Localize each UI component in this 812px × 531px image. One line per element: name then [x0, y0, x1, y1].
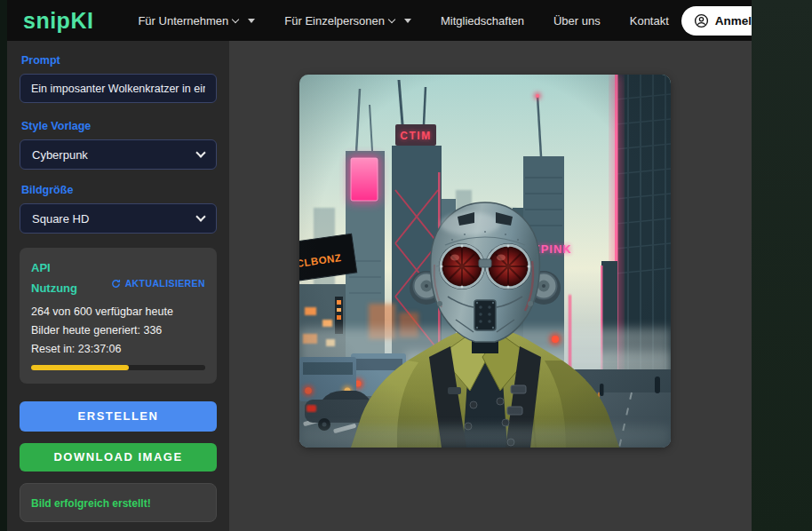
prompt-input[interactable]	[20, 74, 217, 103]
status-message-card: Bild erfolgreich erstellt!	[20, 483, 217, 522]
nav-item-label: Für Einzelpersonen	[284, 14, 385, 28]
main-area: CTIM CTIM	[229, 41, 752, 531]
success-message: Bild erfolgreich erstellt!	[31, 497, 151, 510]
app-window: snipKI Für Unternehmen Für Einzelpersone…	[7, 0, 752, 531]
refresh-icon	[111, 279, 121, 289]
size-label: Bildgröße	[21, 184, 215, 196]
api-generated-text: Bilder heute generiert: 336	[31, 324, 205, 337]
generated-image-scene: CTIM CTIM	[299, 75, 671, 448]
download-image-button[interactable]: DOWNLOAD IMAGE	[20, 443, 217, 472]
api-reset-text: Reset in: 23:37:06	[31, 343, 205, 355]
refresh-button-label: AKTUALISIEREN	[125, 278, 205, 289]
nav-item-kontakt[interactable]: Kontakt	[630, 14, 669, 28]
generator-sidebar: Prompt Style Vorlage Cyberpunk Bildgröße…	[7, 41, 229, 531]
create-button[interactable]: ERSTELLEN	[20, 401, 217, 432]
style-select-value: Cyberpunk	[32, 148, 88, 162]
nav-menu: Für Unternehmen Für Einzelpersonen Mitgl…	[138, 14, 668, 28]
nav-item-ueber-uns[interactable]: Über uns	[553, 14, 601, 28]
nav-item-label: Kontakt	[630, 14, 669, 28]
style-select[interactable]: Cyberpunk	[20, 139, 217, 170]
nav-item-fuer-unternehmen[interactable]: Für Unternehmen	[138, 14, 255, 28]
nav-item-label: Über uns	[553, 14, 601, 28]
api-usage-header: API Nutzung AKTUALISIEREN	[31, 258, 205, 299]
page: snipKI Für Unternehmen Für Einzelpersone…	[0, 0, 812, 531]
brand-logo[interactable]: snipKI	[23, 8, 93, 34]
size-select[interactable]: Square HD	[20, 203, 217, 234]
chevron-down-icon	[232, 15, 239, 22]
caret-down-icon[interactable]	[248, 19, 255, 23]
prompt-label: Prompt	[21, 54, 215, 67]
chevron-down-icon	[195, 147, 205, 157]
chevron-down-icon	[195, 211, 205, 221]
left-edge-strip	[0, 0, 7, 531]
size-select-value: Square HD	[32, 212, 89, 226]
refresh-button[interactable]: AKTUALISIEREN	[111, 278, 205, 289]
api-usage-card: API Nutzung AKTUALISIEREN 264 von 600 ve…	[20, 248, 217, 384]
api-available-text: 264 von 600 verfügbar heute	[31, 305, 205, 318]
api-progress-bar	[31, 365, 205, 370]
api-progress-fill	[31, 365, 129, 370]
right-edge-strip	[752, 0, 812, 531]
nav-item-fuer-einzelpersonen[interactable]: Für Einzelpersonen	[284, 14, 411, 28]
content-row: Prompt Style Vorlage Cyberpunk Bildgröße…	[7, 41, 752, 531]
top-navbar: snipKI Für Unternehmen Für Einzelpersone…	[7, 0, 752, 41]
nav-item-label: Für Unternehmen	[138, 14, 228, 28]
api-usage-title: API Nutzung	[31, 258, 92, 299]
chevron-down-icon	[388, 15, 395, 22]
user-circle-icon	[694, 13, 709, 28]
style-label: Style Vorlage	[21, 120, 215, 132]
nav-item-label: Mitgliedschaften	[441, 14, 524, 28]
nav-item-mitgliedschaften[interactable]: Mitgliedschaften	[441, 14, 524, 28]
caret-down-icon[interactable]	[404, 19, 411, 23]
generated-image: CTIM CTIM	[299, 75, 671, 448]
